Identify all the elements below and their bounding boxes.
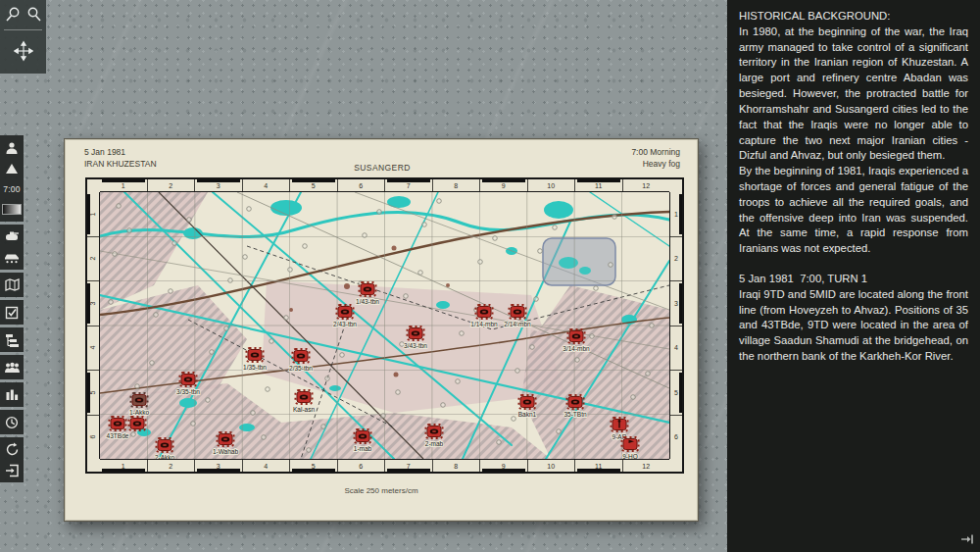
unit-label: 43TBde [107,432,129,439]
grid-index-cell: 5 [289,179,337,191]
grid-index-cell: 10 [527,460,575,472]
time-label: 7:00 [1,179,23,198]
grid-index-cell: 6 [337,179,385,191]
grid-index-cell: 6 [670,415,682,460]
grid-index-cell: 2 [87,236,99,281]
grid-index-cell: 5 [289,460,337,472]
highlight-zone[interactable] [543,238,615,285]
map-frame: 123456789101112 123456 [85,177,684,474]
restart-icon[interactable] [1,440,23,459]
grid-index-cell: 10 [527,179,575,191]
grid-index-cell: 3 [194,460,242,472]
unit-label: 3/43-tbn [404,342,427,349]
sidebar: 7:00 [0,135,24,482]
grid-index-cell: 4 [670,326,682,371]
map-header: 5 Jan 1981 IRAN KHUZESTAN SUSANGERD 7:00… [84,146,680,174]
grid-index-cell: 9 [479,179,527,191]
grid-index-cell: 8 [432,179,480,191]
grid-index-cell: 1 [100,179,147,191]
map-weather: Heavy fog [631,158,680,170]
grid-index-cell: 2 [147,179,195,191]
grid-index-cell: 7 [384,179,432,191]
map-unit[interactable]: Bakn1 [518,395,537,418]
gradient-bar[interactable] [1,200,23,219]
grid-index-cell: 6 [337,460,385,472]
zoom-in-icon[interactable] [24,5,44,25]
frame-corner [669,459,682,472]
divider [4,29,42,30]
unit-label: 1-Akko [129,409,150,416]
grid-index-cell: 2 [147,460,195,472]
units-icon[interactable] [1,358,23,376]
grid-index-cell: 3 [87,280,99,326]
unit-label: 3/35-tbn [176,388,200,395]
grid-index-cell: 4 [87,326,99,371]
exit-icon[interactable] [1,461,23,479]
frame-corner [669,179,682,192]
unit-label: 1/14-mbn [470,321,498,327]
unit-label: Bakn1 [518,411,537,418]
row-ruler-left: 123456 [87,192,100,459]
unit-label: 2/43-tbn [333,321,357,327]
transport-icon[interactable] [1,248,23,267]
briefing-panel: HISTORICAL BACKGROUND: In 1980, at the b… [727,0,980,552]
frame-corner [87,179,100,192]
unit-label: 35-TBtn [564,411,587,418]
map-window: 5 Jan 1981 IRAN KHUZESTAN SUSANGERD 7:00… [64,138,699,522]
unit-label: 3/14-mbn [563,345,590,352]
frame-corner [87,459,100,472]
grid-index-cell: 11 [574,460,622,472]
orders-icon[interactable] [1,303,23,322]
map-unit[interactable]: 1-mab [354,429,372,452]
grid-index-cell: 11 [574,179,622,191]
hierarchy-icon[interactable] [1,330,23,349]
zoom-controls [0,0,46,74]
grid-index-cell: 9 [479,460,527,472]
unit-label: 2/35-tbn [289,365,313,372]
tank-icon[interactable] [1,227,23,246]
grid-index-cell: 8 [432,460,480,472]
elevation-icon[interactable] [1,159,23,177]
grid-index-cell: 12 [622,460,670,472]
grid-index-cell: 3 [670,280,682,326]
turn-heading: 5 Jan 1981 7:00, TURN 1 [739,272,968,287]
briefing-heading: HISTORICAL BACKGROUND: [739,9,968,25]
grid-index-cell: 1 [670,192,682,236]
grid-index-cell: 3 [194,179,242,191]
unit-label: 2-mab [425,440,444,447]
grid-index-cell: 1 [87,192,99,236]
grid-index-cell: 12 [622,179,670,191]
grid-index-cell: 6 [87,415,99,460]
column-ruler-top: 123456789101112 [100,179,669,192]
turn-text: Iraqi 9TD and 5MID are located along the… [739,287,968,365]
unit-label: Kal-asn [293,406,315,413]
grid-index-cell: 2 [670,236,682,281]
map-canvas[interactable]: 1/43-tbn2/43-tbn3/43-tbn1/14-mbn2/14-mbn… [100,192,669,459]
soldier-icon[interactable] [1,138,23,157]
map-scale-label: Scale 250 meters/cm [65,486,698,495]
map-unit[interactable] [129,417,146,430]
history-icon[interactable] [1,413,23,431]
unit-label: 2/14-mbn [504,321,531,327]
zoom-out-icon[interactable] [2,5,22,25]
grid-index-cell: 5 [87,370,99,415]
pan-icon[interactable] [14,35,33,67]
unit-label: 1/43-tbn [356,298,379,305]
grid-index-cell: 4 [242,179,290,191]
briefing-paragraph: In 1980, at the beginning of the war, th… [739,25,968,164]
map-unit[interactable]: 9-HQ [622,437,639,459]
row-ruler-right: 123456 [669,192,682,459]
grid-index-cell: 5 [670,370,682,415]
stats-icon[interactable] [1,385,23,404]
map-unit[interactable]: 2-mab [425,425,444,447]
grid-index-cell: 4 [242,460,290,472]
map-unit[interactable]: 2-Akko [155,438,175,459]
unit-label: 1-Wahab [213,448,239,455]
column-ruler-bottom: 123456789101112 [100,459,669,472]
collapse-right-icon[interactable] [959,532,975,546]
map-time: 7:00 Morning [631,146,680,158]
grid-index-cell: 7 [384,460,432,472]
map-title: SUSANGERD [84,162,680,174]
map-icon[interactable] [1,276,23,294]
briefing-paragraph: By the beginning of 1981, Iraqis experie… [739,164,968,257]
